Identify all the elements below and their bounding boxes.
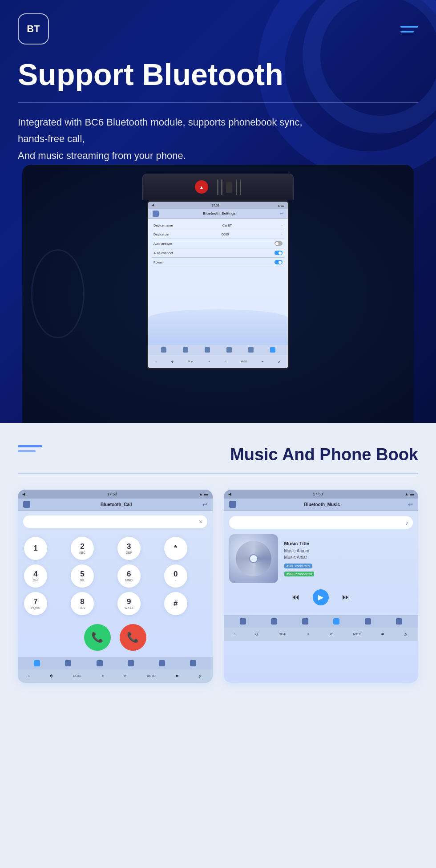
section-menu-icon[interactable] <box>18 445 42 452</box>
dial-key-0[interactable]: 0- <box>164 564 187 588</box>
dial-key-hash[interactable]: # <box>164 592 187 615</box>
screen-row-power[interactable]: Power <box>152 258 284 267</box>
screen-row-auto-answer[interactable]: Auto answer <box>152 239 284 248</box>
climate-vol[interactable]: 🔊 <box>278 360 281 363</box>
call-nav-clip[interactable] <box>159 660 165 666</box>
end-call-button[interactable]: 📞 <box>120 624 146 651</box>
device-pin-label: Device pin <box>153 232 169 236</box>
music-search-bar[interactable]: ♪ <box>229 516 413 529</box>
call-time: 17:53 <box>107 492 117 496</box>
music-nav-clip[interactable] <box>365 618 371 625</box>
center-screen[interactable]: ◀ 17:53 ▲ ▬ Bluetooth_Settings ↩ <box>147 200 289 369</box>
screen-row-auto-connect[interactable]: Auto connect <box>152 248 284 258</box>
menu-icon[interactable] <box>400 26 418 32</box>
next-button[interactable]: ⏭ <box>342 592 350 602</box>
call-nav-bt[interactable] <box>190 660 196 666</box>
nav-music-icon[interactable] <box>226 347 232 353</box>
climate-fan[interactable]: ✳ <box>208 360 210 363</box>
call-climate-sync[interactable]: ⇌ <box>176 674 178 678</box>
music-climate-sync[interactable]: ⇌ <box>381 633 384 636</box>
call-climate-vol[interactable]: 🔊 <box>198 674 202 678</box>
music-controls: ⏮ ▶ ⏭ <box>229 583 413 610</box>
dial-key-6[interactable]: 6MNO <box>117 564 141 588</box>
call-title: Bluetooth_Call <box>101 502 132 507</box>
dial-key-2[interactable]: 2ABC <box>71 537 94 560</box>
screen-climate-bar: ⌂ ⏻ DUAL ✳ ⟳ AUTO ⇌ 🔊 <box>148 355 288 368</box>
call-climate-auto[interactable]: AUTO <box>147 674 155 677</box>
music-climate-ac[interactable]: ⟳ <box>330 633 333 636</box>
menu-line-2 <box>400 31 414 32</box>
search-clear-icon[interactable]: × <box>199 518 202 525</box>
music-climate-fan[interactable]: ✳ <box>307 633 310 636</box>
nav-grid-icon[interactable] <box>161 347 166 353</box>
power-toggle[interactable] <box>275 260 283 264</box>
music-climate-vol[interactable]: 🔊 <box>404 633 408 636</box>
auto-connect-toggle[interactable] <box>275 251 283 255</box>
call-nav-contacts[interactable] <box>65 660 71 666</box>
climate-home[interactable]: ⌂ <box>155 360 157 363</box>
dial-key-star[interactable]: * <box>164 537 187 560</box>
auto-connect-label: Auto connect <box>153 251 173 255</box>
call-nav-grid[interactable] <box>34 660 40 666</box>
hero-desc-line2: And music streaming from your phone. <box>18 150 186 161</box>
screen-nav-bar: Bluetooth_Settings ↩ <box>148 209 288 219</box>
play-button[interactable]: ▶ <box>313 589 329 605</box>
call-nav-music[interactable] <box>128 660 134 666</box>
hazard-button[interactable]: ▲ <box>195 180 208 194</box>
call-climate-fan[interactable]: ✳ <box>101 674 104 678</box>
page-title: Support Bluetooth <box>18 58 418 91</box>
nav-clip-icon[interactable] <box>248 347 254 353</box>
call-climate-dual[interactable]: DUAL <box>73 674 81 677</box>
nav-phone-icon[interactable] <box>205 347 210 353</box>
call-climate-home[interactable]: ⌂ <box>28 674 30 677</box>
screen-home-icon[interactable] <box>153 211 159 217</box>
climate-dual[interactable]: DUAL <box>188 360 194 363</box>
call-back-nav[interactable]: ↩ <box>202 501 207 508</box>
music-climate-power[interactable]: ⏻ <box>255 633 258 636</box>
music-nav-bt[interactable] <box>396 618 402 625</box>
answer-button[interactable]: 📞 <box>84 624 111 651</box>
dial-key-5[interactable]: 5JKL <box>71 564 94 588</box>
call-search-bar[interactable]: × <box>23 515 207 528</box>
screen-back-nav[interactable]: ↩ <box>280 211 283 216</box>
bt-logo: BT <box>18 13 49 45</box>
music-climate-auto[interactable]: AUTO <box>353 633 361 636</box>
dial-key-8[interactable]: 8TUV <box>71 592 94 615</box>
music-climate-bar: ⌂ ⏻ DUAL ✳ ⟳ AUTO ⇌ 🔊 <box>224 628 419 641</box>
music-back-nav[interactable]: ↩ <box>408 501 413 508</box>
climate-auto[interactable]: AUTO <box>241 360 247 363</box>
climate-sync[interactable]: ⇌ <box>262 360 263 363</box>
dial-key-1[interactable]: 1 <box>24 537 47 560</box>
dial-key-7[interactable]: 7PQRS <box>24 592 47 615</box>
music-nav-music[interactable] <box>333 618 339 625</box>
screen-row-device-name[interactable]: Device name CarBT › <box>152 221 284 230</box>
call-climate-ac[interactable]: ⟳ <box>124 674 127 678</box>
dial-key-9[interactable]: 9WXYZ <box>117 592 141 615</box>
music-nav-grid[interactable] <box>240 618 246 625</box>
section-title: Music And Phone Book <box>230 445 418 464</box>
music-nav: Bluetooth_Music ↩ <box>224 499 419 511</box>
music-climate-dual[interactable]: DUAL <box>279 633 287 636</box>
music-nav-phone[interactable] <box>302 618 308 625</box>
music-nav-contacts[interactable] <box>271 618 277 625</box>
climate-power[interactable]: ⏻ <box>171 360 174 363</box>
music-climate-home[interactable]: ⌂ <box>234 633 235 636</box>
menu-line-1 <box>400 26 418 28</box>
dial-key-6-sub: MNO <box>125 579 133 582</box>
music-back-icon[interactable]: ◀ <box>228 492 231 496</box>
dial-key-4[interactable]: 4GHI <box>24 564 47 588</box>
call-climate-power[interactable]: ⏻ <box>50 674 53 677</box>
prev-button[interactable]: ⏮ <box>291 592 299 602</box>
screen-back-icon[interactable]: ◀ <box>152 203 154 207</box>
nav-contacts-icon[interactable] <box>183 347 188 353</box>
music-home-icon[interactable] <box>229 501 236 508</box>
nav-bt-icon[interactable] <box>270 347 275 353</box>
call-home-icon[interactable] <box>23 501 30 508</box>
auto-answer-toggle[interactable] <box>275 241 283 246</box>
screen-row-device-pin[interactable]: Device pin 0000 › <box>152 230 284 239</box>
call-nav-phone[interactable] <box>97 660 103 666</box>
climate-ac[interactable]: ⟳ <box>225 360 226 363</box>
dial-key-8-sub: TUV <box>79 606 85 609</box>
dial-key-3[interactable]: 3DEF <box>117 537 141 560</box>
call-back-icon[interactable]: ◀ <box>22 492 25 496</box>
